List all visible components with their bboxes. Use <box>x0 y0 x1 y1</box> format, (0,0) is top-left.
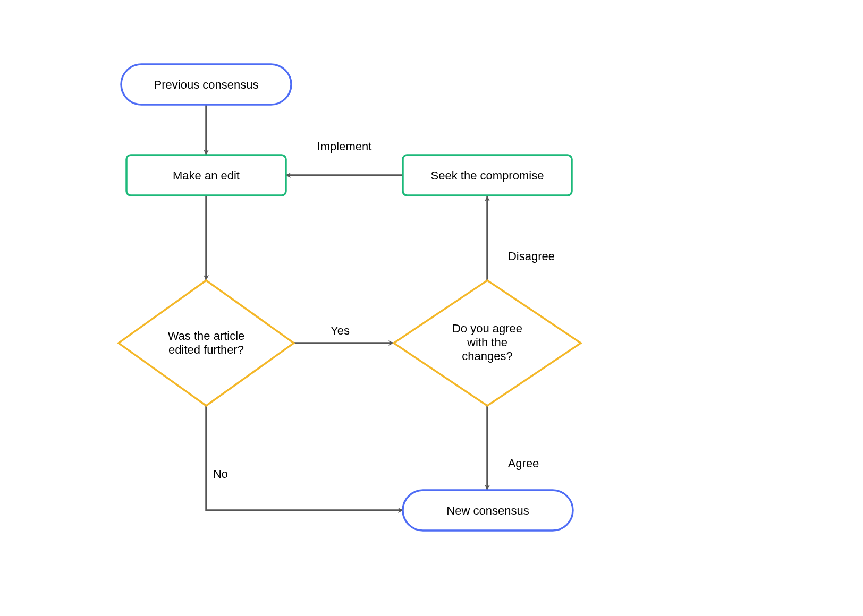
edge-label-yes: Yes <box>331 324 350 337</box>
node-agree-changes-label-2: with the <box>467 336 507 349</box>
node-agree-changes-label-3: changes? <box>462 349 512 363</box>
flowchart-canvas: Implement Yes Disagree Agree No Previous… <box>0 0 863 616</box>
edge-label-implement: Implement <box>317 140 372 153</box>
edge-label-no: No <box>213 467 228 481</box>
node-new-consensus-label: New consensus <box>446 504 529 517</box>
node-agree-changes-label-1: Do you agree <box>452 322 522 335</box>
node-was-edited-label-1: Was the article <box>168 329 245 343</box>
node-was-edited-label-2: edited further? <box>168 343 244 356</box>
edge-agree-to-new: Agree <box>487 406 539 490</box>
node-previous-consensus-label: Previous consensus <box>154 78 259 91</box>
node-make-edit: Make an edit <box>126 155 286 195</box>
node-seek-compromise-label: Seek the compromise <box>431 169 544 182</box>
edge-label-agree: Agree <box>508 457 539 470</box>
edge-wasedited-to-agree: Yes <box>294 324 393 343</box>
node-new-consensus: New consensus <box>403 490 573 531</box>
node-previous-consensus: Previous consensus <box>121 64 291 105</box>
node-agree-changes: Do you agree with the changes? <box>394 280 581 406</box>
edge-agree-to-seek: Disagree <box>487 196 555 280</box>
edge-label-disagree: Disagree <box>508 250 555 263</box>
node-seek-compromise: Seek the compromise <box>403 155 572 195</box>
node-make-edit-label: Make an edit <box>173 169 240 182</box>
node-was-edited: Was the article edited further? <box>119 280 294 406</box>
edge-wasedited-to-new: No <box>206 406 403 510</box>
edge-seek-to-make: Implement <box>286 140 403 175</box>
